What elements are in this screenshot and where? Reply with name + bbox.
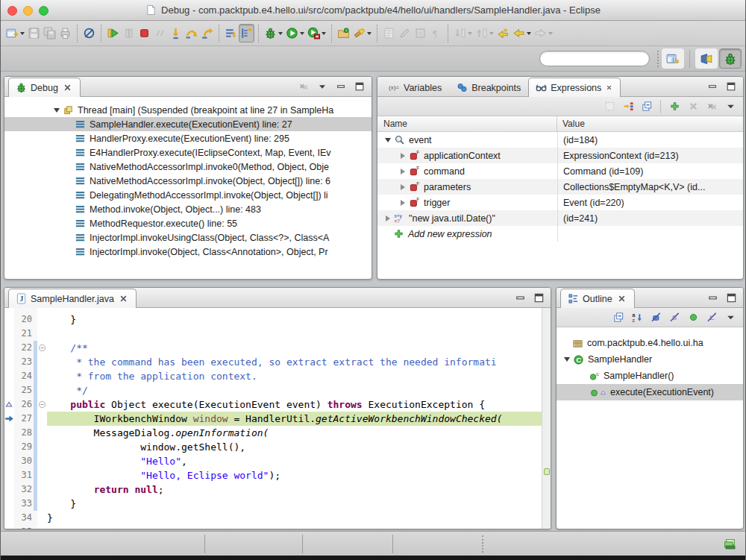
maximize-button[interactable]: [724, 291, 738, 304]
close-icon[interactable]: [605, 84, 613, 92]
line-number[interactable]: 25: [14, 383, 34, 397]
collapse-all-button[interactable]: [612, 311, 625, 324]
line-number[interactable]: 33: [14, 497, 34, 511]
fold-ruler-cell[interactable]: [37, 412, 47, 426]
show-whitespace-button[interactable]: ¶: [428, 24, 444, 43]
close-icon[interactable]: [616, 293, 627, 304]
annotation-ruler-cell[interactable]: [4, 341, 14, 355]
tree-expander[interactable]: [564, 357, 570, 362]
minimize-button[interactable]: [706, 291, 719, 304]
tree-expander[interactable]: [401, 169, 405, 174]
new-wizard-button[interactable]: [4, 24, 26, 43]
line-number[interactable]: 21: [14, 327, 34, 341]
step-into-button[interactable]: [168, 24, 184, 43]
fold-ruler-cell[interactable]: [37, 426, 47, 440]
annotation-ruler-cell[interactable]: [4, 426, 14, 440]
show-logical-structure-button[interactable]: [621, 100, 635, 113]
forward-button[interactable]: [533, 24, 554, 43]
code-line[interactable]: 29 window.getShell(),: [4, 440, 542, 454]
minimize-button[interactable]: [706, 80, 719, 93]
line-number[interactable]: 24: [14, 369, 34, 383]
java-perspective-button[interactable]: [695, 48, 718, 69]
line-number[interactable]: 28: [14, 426, 34, 440]
mark-occurrences-button[interactable]: [413, 24, 428, 43]
expression-row[interactable]: event(id=184): [377, 132, 743, 148]
stack-frame-row[interactable]: HandlerProxy.execute(ExecutionEvent) lin…: [4, 131, 372, 145]
code-text[interactable]: }: [47, 312, 542, 327]
show-suspended-threads-button[interactable]: [223, 24, 239, 43]
view-menu-button[interactable]: [724, 100, 737, 113]
line-number[interactable]: 32: [14, 482, 34, 497]
debug-perspective-button[interactable]: [719, 48, 742, 69]
code-line[interactable]: 21: [4, 327, 542, 341]
hide-local-types-button[interactable]: L: [705, 311, 718, 324]
line-number[interactable]: 34: [14, 511, 34, 525]
code-text[interactable]: [47, 327, 542, 341]
code-text[interactable]: "Hello",: [47, 454, 542, 468]
tab-outline[interactable]: Outline: [560, 289, 635, 308]
open-perspective-button[interactable]: [662, 48, 684, 69]
outline-item[interactable]: execute(ExecutionEvent): [557, 384, 743, 400]
line-number[interactable]: 23: [14, 355, 34, 369]
code-text[interactable]: return null;: [47, 482, 542, 497]
tab-debug[interactable]: Debug: [8, 78, 81, 97]
code-text[interactable]: /**: [47, 341, 542, 355]
tab-variables[interactable]: (x)=Variables: [381, 78, 449, 97]
code-line[interactable]: 27 IWorkbenchWindow window = HandlerUtil…: [4, 412, 542, 426]
code-text[interactable]: }: [47, 511, 542, 525]
code-line[interactable]: 35: [4, 525, 542, 529]
code-line[interactable]: 23 * the command has been executed, so e…: [4, 355, 542, 369]
annotation-ruler-cell[interactable]: [4, 397, 14, 412]
annotation-ruler-cell[interactable]: [4, 525, 14, 529]
expression-row[interactable]: FcommandCommand (id=109): [377, 163, 743, 179]
debug-button[interactable]: [263, 24, 284, 43]
tree-expander[interactable]: [54, 108, 60, 113]
view-menu-button[interactable]: [316, 80, 329, 93]
code-text[interactable]: IWorkbenchWindow window = HandlerUtil.ge…: [47, 412, 542, 426]
step-over-button[interactable]: [184, 24, 199, 43]
line-number[interactable]: 31: [14, 468, 34, 482]
back-button[interactable]: [511, 24, 533, 43]
annotation-ruler-cell[interactable]: [4, 497, 14, 511]
thread-row[interactable]: Thread [main] (Suspended (breakpoint at …: [4, 103, 372, 117]
code-line[interactable]: 28 MessageDialog.openInformation(: [4, 426, 542, 440]
code-text[interactable]: * the command has been executed, so extr…: [47, 355, 542, 369]
stack-frame-row[interactable]: InjectorImpl.invokeUsingClass(Object, Cl…: [4, 230, 372, 245]
dropdown-arrow-icon[interactable]: [527, 32, 531, 35]
fold-minus-icon[interactable]: [38, 344, 46, 352]
code-line[interactable]: 20 }: [4, 312, 542, 327]
fold-ruler-cell[interactable]: [37, 454, 47, 468]
minimize-button[interactable]: [513, 291, 527, 304]
tree-expander[interactable]: [386, 215, 390, 221]
tree-expander[interactable]: [401, 153, 405, 159]
tab-expressions[interactable]: Expressions: [528, 78, 621, 97]
outline-item[interactable]: com.packtpub.e4.hello.ui.ha: [557, 335, 743, 351]
expression-row[interactable]: FparametersCollections$EmptyMap<K,V> (id…: [377, 179, 743, 195]
add-new-expression-row[interactable]: Add new expression: [377, 226, 743, 242]
toolbar-drag-handle[interactable]: [657, 51, 659, 67]
tab-samplehandler-java[interactable]: J SampleHandler.java: [8, 289, 137, 308]
tab-breakpoints[interactable]: Breakpoints: [449, 78, 528, 97]
background-jobs-icon[interactable]: [724, 538, 736, 550]
code-text[interactable]: public Object execute(ExecutionEvent eve…: [47, 397, 542, 412]
fold-ruler-cell[interactable]: [37, 383, 47, 397]
previous-annotation-button[interactable]: [474, 24, 495, 43]
dropdown-arrow-icon[interactable]: [300, 32, 304, 35]
tree-expander[interactable]: [385, 138, 391, 142]
collapse-all-button[interactable]: [640, 100, 653, 113]
stack-frame-row[interactable]: DelegatingMethodAccessorImpl.invoke(Obje…: [4, 188, 372, 202]
code-line[interactable]: 22 /**: [4, 341, 542, 355]
dropdown-arrow-icon[interactable]: [322, 32, 326, 35]
outline-item[interactable]: cSampleHandler(): [557, 368, 743, 384]
line-number[interactable]: 26: [14, 397, 34, 412]
code-line[interactable]: 32 return null;: [4, 482, 542, 497]
edit-pencil-button[interactable]: [397, 24, 413, 43]
fold-minus-icon[interactable]: [38, 400, 46, 409]
code-text[interactable]: MessageDialog.openInformation(: [47, 426, 542, 440]
code-text[interactable]: "Hello, Eclipse world");: [47, 468, 542, 482]
code-line[interactable]: 33 }: [4, 497, 542, 511]
disconnect-button[interactable]: [152, 24, 168, 43]
annotation-ruler-cell[interactable]: [4, 369, 14, 383]
search-button[interactable]: [351, 24, 373, 43]
expression-row[interactable]: FapplicationContextExpressionContext (id…: [377, 148, 743, 163]
